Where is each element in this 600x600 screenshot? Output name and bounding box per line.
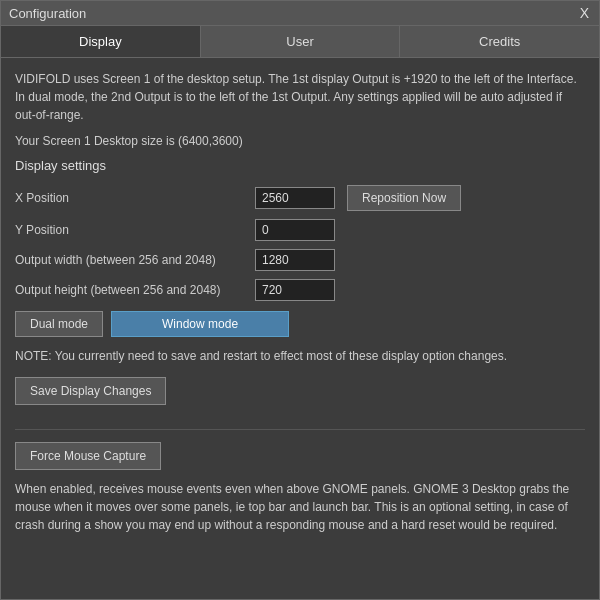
screen-size-text: Your Screen 1 Desktop size is (6400,3600… bbox=[15, 134, 585, 148]
y-position-row: Y Position bbox=[15, 219, 585, 241]
configuration-window: Configuration X Display User Credits VID… bbox=[0, 0, 600, 600]
y-position-input[interactable] bbox=[255, 219, 335, 241]
window-title: Configuration bbox=[9, 6, 86, 21]
reposition-button[interactable]: Reposition Now bbox=[347, 185, 461, 211]
output-width-row: Output width (between 256 and 2048) bbox=[15, 249, 585, 271]
mouse-description: When enabled, receives mouse events even… bbox=[15, 480, 585, 534]
close-button[interactable]: X bbox=[578, 5, 591, 21]
output-height-label: Output height (between 256 and 2048) bbox=[15, 283, 255, 297]
x-position-input[interactable] bbox=[255, 187, 335, 209]
titlebar: Configuration X bbox=[1, 1, 599, 26]
x-position-row: X Position Reposition Now bbox=[15, 185, 585, 211]
save-display-changes-button[interactable]: Save Display Changes bbox=[15, 377, 166, 405]
tab-user[interactable]: User bbox=[201, 26, 401, 57]
tab-content: VIDIFOLD uses Screen 1 of the desktop se… bbox=[1, 58, 599, 599]
tab-bar: Display User Credits bbox=[1, 26, 599, 58]
divider bbox=[15, 429, 585, 430]
info-text: VIDIFOLD uses Screen 1 of the desktop se… bbox=[15, 70, 585, 124]
window-mode-button[interactable]: Window mode bbox=[111, 311, 289, 337]
y-position-label: Y Position bbox=[15, 223, 255, 237]
tab-credits[interactable]: Credits bbox=[400, 26, 599, 57]
tab-display[interactable]: Display bbox=[1, 26, 201, 57]
output-height-row: Output height (between 256 and 2048) bbox=[15, 279, 585, 301]
output-width-input[interactable] bbox=[255, 249, 335, 271]
display-settings-label: Display settings bbox=[15, 158, 585, 173]
force-mouse-capture-button[interactable]: Force Mouse Capture bbox=[15, 442, 161, 470]
output-height-input[interactable] bbox=[255, 279, 335, 301]
dual-mode-button[interactable]: Dual mode bbox=[15, 311, 103, 337]
output-width-label: Output width (between 256 and 2048) bbox=[15, 253, 255, 267]
mode-row: Dual mode Window mode bbox=[15, 311, 585, 337]
note-text: NOTE: You currently need to save and res… bbox=[15, 347, 585, 365]
x-position-label: X Position bbox=[15, 191, 255, 205]
